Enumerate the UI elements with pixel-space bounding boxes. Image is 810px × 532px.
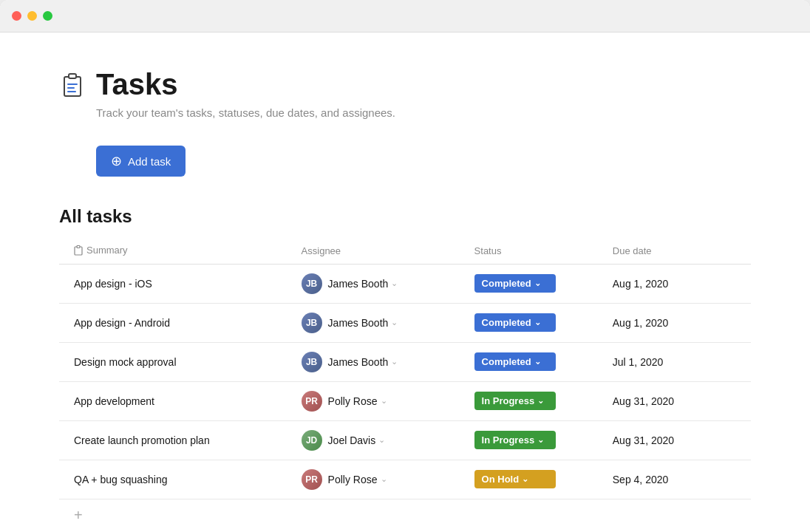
assignee-chevron-icon: ⌄ [391,357,398,366]
main-content: Tasks Track your team's tasks, statuses,… [0,33,810,532]
assignee-name: Polly Rose [328,395,378,407]
assignee-name-wrap[interactable]: James Booth⌄ [328,317,398,329]
cell-duedate: Jul 1, 2020 [613,342,751,381]
assignee-name: James Booth [328,317,389,329]
section-title: All tasks [59,206,751,227]
page-title: Tasks [96,68,177,100]
status-badge[interactable]: Completed⌄ [474,352,556,371]
col-assignee: Assignee [302,239,474,264]
svg-rect-0 [64,77,81,96]
cell-summary: Create launch promotion plan [59,420,302,460]
cell-assignee: JBJames Booth⌄ [302,264,474,303]
assignee-chevron-icon: ⌄ [381,396,387,406]
table-header-row: Summary Assignee Status Due date [59,239,751,264]
assignee-name-wrap[interactable]: Polly Rose⌄ [328,474,387,485]
assignee-chevron-icon: ⌄ [381,474,387,484]
add-task-label: Add task [128,155,171,168]
minimize-button[interactable] [27,11,37,21]
avatar: JB [302,352,322,372]
table-row: App developmentPRPolly Rose⌄In Progress⌄… [59,381,751,420]
avatar: PR [302,391,322,412]
page-title-row: Tasks [59,68,751,100]
page-header: Tasks Track your team's tasks, statuses,… [59,68,751,119]
cell-duedate: Aug 1, 2020 [613,264,751,303]
assignee-name: Polly Rose [328,474,378,485]
status-badge[interactable]: On Hold⌄ [474,470,556,488]
assignee-name: James Booth [328,278,389,290]
add-task-button[interactable]: ⊕ Add task [96,146,186,177]
avatar: JD [302,430,322,451]
cell-summary: App development [59,381,302,420]
status-badge[interactable]: Completed⌄ [474,313,556,332]
cell-assignee: JBJames Booth⌄ [302,342,474,381]
summary-col-icon [74,245,83,256]
assignee-cell: JDJoel Davis⌄ [302,430,467,451]
cell-status: Completed⌄ [474,303,613,342]
cell-assignee: JBJames Booth⌄ [302,303,474,342]
assignee-cell: PRPolly Rose⌄ [302,391,467,412]
assignee-chevron-icon: ⌄ [378,435,385,445]
status-badge[interactable]: In Progress⌄ [474,431,556,449]
status-chevron-icon: ⌄ [537,435,544,445]
status-label: Completed [482,278,531,289]
status-chevron-icon: ⌄ [534,357,541,366]
assignee-name: Joel Davis [328,434,376,446]
cell-duedate: Sep 4, 2020 [613,460,751,499]
status-label: In Progress [482,395,535,406]
status-label: In Progress [482,434,535,446]
avatar: JB [302,313,322,333]
col-summary: Summary [59,239,302,264]
cell-status: On Hold⌄ [474,460,613,499]
assignee-cell: JBJames Booth⌄ [302,313,467,333]
assignee-name-wrap[interactable]: Joel Davis⌄ [328,434,386,446]
assignee-name: James Booth [328,356,389,368]
col-duedate: Due date [613,239,751,264]
col-status: Status [474,239,613,264]
status-chevron-icon: ⌄ [537,396,544,406]
assignee-cell: JBJames Booth⌄ [302,273,467,294]
cell-status: In Progress⌄ [474,381,613,420]
assignee-cell: JBJames Booth⌄ [302,352,467,372]
cell-summary: QA + bug squashing [59,460,302,499]
cell-assignee: PRPolly Rose⌄ [302,381,474,420]
tasks-table: Summary Assignee Status Due date App des… [59,239,751,499]
assignee-cell: PRPolly Rose⌄ [302,469,467,490]
app-window: Tasks Track your team's tasks, statuses,… [0,0,810,532]
add-row-button[interactable]: + [59,499,751,524]
table-row: Design mock approvalJBJames Booth⌄Comple… [59,342,751,381]
cell-status: Completed⌄ [474,342,613,381]
maximize-button[interactable] [43,11,52,21]
page-subtitle: Track your team's tasks, statuses, due d… [96,106,751,119]
cell-duedate: Aug 1, 2020 [613,303,751,342]
cell-summary: Design mock approval [59,342,302,381]
status-label: Completed [482,317,531,328]
status-badge[interactable]: Completed⌄ [474,274,556,293]
svg-rect-1 [69,74,76,78]
avatar: PR [302,469,322,490]
table-row: Create launch promotion planJDJoel Davis… [59,420,751,460]
cell-duedate: Aug 31, 2020 [613,420,751,460]
clipboard-icon [59,71,86,98]
cell-assignee: PRPolly Rose⌄ [302,460,474,499]
cell-summary: App design - Android [59,303,302,342]
close-button[interactable] [12,11,21,21]
cell-duedate: Aug 31, 2020 [613,381,751,420]
assignee-name-wrap[interactable]: Polly Rose⌄ [328,395,387,407]
table-row: App design - AndroidJBJames Booth⌄Comple… [59,303,751,342]
cell-status: In Progress⌄ [474,420,613,460]
plus-icon: ⊕ [111,153,122,169]
assignee-name-wrap[interactable]: James Booth⌄ [328,278,398,290]
avatar: JB [302,273,322,294]
table-row: QA + bug squashingPRPolly Rose⌄On Hold⌄S… [59,460,751,499]
titlebar [0,0,810,33]
status-chevron-icon: ⌄ [534,279,541,288]
assignee-chevron-icon: ⌄ [391,318,398,327]
assignee-name-wrap[interactable]: James Booth⌄ [328,356,398,368]
cell-summary: App design - iOS [59,264,302,303]
assignee-chevron-icon: ⌄ [391,279,398,288]
table-row: App design - iOSJBJames Booth⌄Completed⌄… [59,264,751,303]
status-badge[interactable]: In Progress⌄ [474,392,556,410]
status-label: Completed [482,356,531,367]
status-chevron-icon: ⌄ [522,474,528,484]
cell-assignee: JDJoel Davis⌄ [302,420,474,460]
